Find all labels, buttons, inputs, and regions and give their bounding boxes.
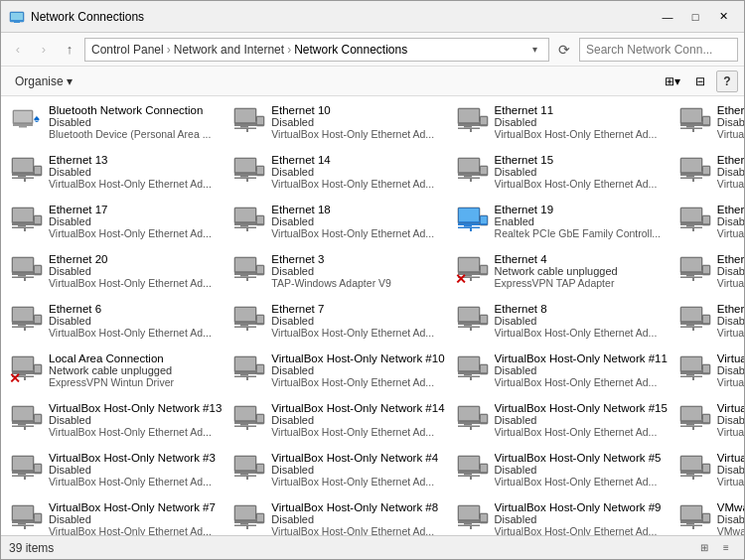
adapter-name: Ethernet 2 <box>717 204 744 215</box>
svg-rect-6 <box>13 124 33 126</box>
svg-rect-139 <box>680 277 702 279</box>
adapter-description: VirtualBox Host-Only Ethernet Ad... <box>495 525 668 535</box>
list-item[interactable]: Ethernet 8DisabledVirtualBox Host-Only E… <box>451 299 673 349</box>
adapter-name: Ethernet 6 <box>49 303 222 315</box>
svg-rect-254 <box>12 472 34 474</box>
list-item[interactable]: VMware Network Adapter VMnet1DisabledVMw… <box>673 497 744 535</box>
svg-rect-163 <box>459 308 479 321</box>
adapter-status: Disabled <box>271 116 444 128</box>
network-adapter-icon <box>233 204 265 235</box>
list-item[interactable]: Ethernet 18DisabledVirtualBox Host-Only … <box>227 200 450 249</box>
svg-rect-20 <box>458 124 480 126</box>
list-item[interactable]: VirtualBox Host-Only Network #9DisabledV… <box>451 497 673 535</box>
adapter-status: Disabled <box>717 513 744 525</box>
back-button[interactable]: ‹ <box>7 39 29 61</box>
view-dropdown-button[interactable]: ⊞▾ <box>661 70 684 93</box>
svg-rect-235 <box>459 407 479 420</box>
svg-rect-217 <box>13 407 33 420</box>
svg-rect-74 <box>12 223 34 225</box>
breadcrumb[interactable]: Control Panel › Network and Internet › N… <box>84 38 549 62</box>
adapter-description: VirtualBox Host-Only Ethernet Ad... <box>271 227 444 239</box>
list-item[interactable]: ♠ Bluetooth Network ConnectionDisabledBl… <box>5 100 227 150</box>
svg-rect-119 <box>234 273 256 275</box>
svg-text:♠: ♠ <box>34 112 40 124</box>
list-item[interactable]: Ethernet 15DisabledVirtualBox Host-Only … <box>451 150 673 200</box>
svg-rect-121 <box>234 277 256 279</box>
svg-rect-181 <box>13 357 33 370</box>
adapter-name: Ethernet 18 <box>271 204 444 215</box>
network-adapter-info: VirtualBox Host-Only Network #15Disabled… <box>495 402 668 438</box>
list-item[interactable]: Ethernet 3DisabledTAP-Windows Adapter V9 <box>227 249 450 299</box>
title-bar: Network Connections — □ ✕ <box>1 1 744 33</box>
breadcrumb-dropdown-button[interactable]: ▾ <box>526 42 542 58</box>
list-item[interactable]: Ethernet 16DisabledVirtualBox Host-Only … <box>673 150 744 200</box>
list-item[interactable]: Ethernet 10DisabledVirtualBox Host-Only … <box>227 100 450 150</box>
network-adapter-info: VirtualBox Host-Only Network #6DisabledV… <box>717 452 744 488</box>
svg-rect-317 <box>680 521 702 523</box>
list-item[interactable]: VirtualBox Host-Only Network #3DisabledV… <box>5 448 227 497</box>
adapter-status: Disabled <box>495 364 668 376</box>
list-item[interactable]: VirtualBox Host-Only Network #7DisabledV… <box>5 497 227 535</box>
forward-button[interactable]: › <box>33 39 55 61</box>
adapter-description: ExpressVPN TAP Adapter <box>495 277 668 289</box>
status-list-view-button[interactable]: ≡ <box>716 539 736 557</box>
network-adapter-icon <box>457 104 489 136</box>
maximize-button[interactable]: □ <box>682 7 708 27</box>
title-bar-left: Network Connections <box>9 9 144 25</box>
adapter-status: Disabled <box>271 265 444 277</box>
adapter-status: Network cable unplugged <box>495 265 668 277</box>
close-button[interactable]: ✕ <box>710 7 736 27</box>
list-item[interactable]: VirtualBox Host-Only Network #6DisabledV… <box>673 448 744 497</box>
adapter-status: Disabled <box>271 315 444 327</box>
refresh-button[interactable]: ⟳ <box>553 39 575 61</box>
list-item[interactable]: Ethernet 17DisabledVirtualBox Host-Only … <box>5 200 227 249</box>
list-item[interactable]: VirtualBox Host-Only Network #2DisabledV… <box>673 398 744 448</box>
svg-rect-208 <box>681 357 701 370</box>
list-item[interactable]: VirtualBox Host-Only Network #13Disabled… <box>5 398 227 448</box>
layout-button[interactable]: ⊟ <box>688 70 712 93</box>
list-item[interactable]: Ethernet 13DisabledVirtualBox Host-Only … <box>5 150 227 200</box>
network-adapter-icon <box>457 501 489 533</box>
network-adapter-icon <box>233 352 265 384</box>
status-grid-view-button[interactable]: ⊞ <box>694 539 714 557</box>
list-item[interactable]: VirtualBox Host-Only Network #8DisabledV… <box>227 497 450 535</box>
list-item[interactable]: Ethernet 7DisabledVirtualBox Host-Only E… <box>227 299 450 349</box>
list-item[interactable]: VirtualBox Host-Only Network #10Disabled… <box>227 349 450 398</box>
list-item[interactable]: Ethernet 9DisabledVirtualBox Host-Only E… <box>673 299 744 349</box>
list-item[interactable]: Ethernet 12DisabledVirtualBox Host-Only … <box>673 100 744 150</box>
list-item[interactable]: VirtualBox Host-Only Network #4DisabledV… <box>227 448 450 497</box>
list-item[interactable]: Ethernet 6DisabledVirtualBox Host-Only E… <box>5 299 227 349</box>
network-adapter-icon <box>679 452 711 484</box>
adapter-status: Disabled <box>495 116 668 128</box>
svg-rect-283 <box>680 476 702 478</box>
svg-rect-200 <box>458 372 480 374</box>
network-adapter-icon <box>679 204 711 235</box>
list-item[interactable]: VirtualBox Host-Only Network #11Disabled… <box>451 349 673 398</box>
network-adapter-icon <box>11 204 43 235</box>
list-item[interactable]: Ethernet 2DisabledVirtualBox Host-Only E… <box>673 200 744 249</box>
minimize-button[interactable]: — <box>655 7 680 27</box>
search-input[interactable] <box>579 38 738 62</box>
svg-rect-276 <box>481 465 487 472</box>
list-item[interactable]: VirtualBox Host-Only Network #14Disabled… <box>227 398 450 448</box>
list-item[interactable]: ✕Local Area ConnectionNetwork cable unpl… <box>5 349 227 398</box>
list-item[interactable]: Ethernet 19EnabledRealtek PCIe GbE Famil… <box>451 200 673 249</box>
list-item[interactable]: VirtualBox Host-Only Network #15Disabled… <box>451 398 673 448</box>
list-item[interactable]: Ethernet 20DisabledVirtualBox Host-Only … <box>5 249 227 299</box>
help-button[interactable]: ? <box>716 70 738 92</box>
adapter-name: VirtualBox Host-Only Network #5 <box>495 452 668 464</box>
organize-button[interactable]: Organise ▾ <box>7 71 80 91</box>
list-item[interactable]: Ethernet 5DisabledVirtualBox Host-Only E… <box>673 249 744 299</box>
svg-rect-272 <box>458 472 480 474</box>
list-item[interactable]: Ethernet 11DisabledVirtualBox Host-Only … <box>451 100 673 150</box>
breadcrumb-control-panel[interactable]: Control Panel <box>91 43 164 57</box>
list-item[interactable]: ✕Ethernet 4Network cable unpluggedExpres… <box>451 249 673 299</box>
breadcrumb-network[interactable]: Network and Internet <box>174 43 284 57</box>
list-item[interactable]: VirtualBox Host-Only Network #5DisabledV… <box>451 448 673 497</box>
list-item[interactable]: VirtualBox Host-Only Network #12Disabled… <box>673 349 744 398</box>
network-adapter-icon <box>11 303 43 335</box>
up-button[interactable]: ↑ <box>59 39 80 61</box>
content-area[interactable]: ♠ Bluetooth Network ConnectionDisabledBl… <box>1 96 744 535</box>
list-item[interactable]: Ethernet 14DisabledVirtualBox Host-Only … <box>227 150 450 200</box>
svg-rect-219 <box>18 424 26 426</box>
